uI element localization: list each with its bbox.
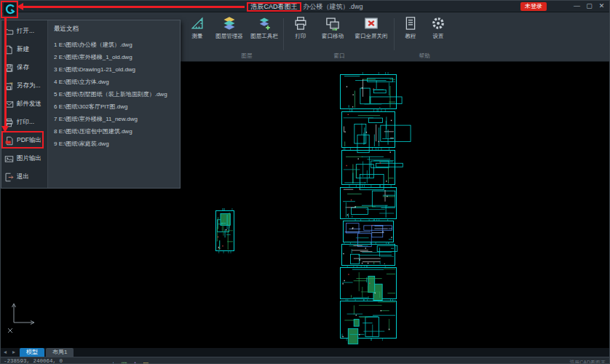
layer-manager-icon [222, 16, 237, 31]
pan-icon[interactable] [132, 358, 138, 364]
close-button[interactable]: ✕ [595, 1, 608, 11]
recent-documents-panel: 最近文档 1 E:\图纸\办公楼（建筑）.dwg 2 E:\图纸\室外楼梯_1_… [48, 20, 180, 188]
statusbar: -238593, 240064, 0 浩辰CAD看图王 [1, 357, 609, 364]
menu-item-new[interactable]: 新建 [1, 40, 47, 58]
grid-icon[interactable] [121, 358, 127, 364]
recent-file[interactable]: 9 E:\图纸\家庭装.dwg [54, 138, 180, 150]
login-button[interactable]: 未登录 [520, 2, 547, 11]
application-menu: 打开... 新建 保存 另存为... 邮件发送 打印... [1, 20, 181, 189]
zoom-extents-icon[interactable] [143, 358, 149, 364]
osnap-icon[interactable] [110, 358, 116, 364]
ribbon-window-close-button[interactable]: 窗口全屏关闭 [352, 16, 391, 39]
ribbon-measure-button[interactable]: 测量 [184, 16, 210, 39]
menu-item-save-as[interactable]: 另存为... [1, 76, 47, 95]
menu-item-exit[interactable]: 退出 [1, 167, 47, 186]
menu-item-pdf-export[interactable]: PDF输出 [1, 131, 47, 149]
exit-icon [4, 172, 14, 181]
menu-item-image-export[interactable]: 图片输出 [1, 149, 47, 167]
recent-file[interactable]: 4 E:\图纸\立方体.dwg [54, 76, 180, 88]
new-doc-icon [4, 44, 14, 54]
recent-file[interactable]: 3 E:\图纸\Drawing1-21_old.dwg [54, 63, 180, 76]
window-title-appname: 浩辰CAD看图王 [247, 2, 301, 12]
image-export-icon [4, 154, 14, 163]
ribbon-layer-toolbar-button[interactable]: 图层工具栏 [248, 16, 280, 39]
status-toggles [110, 358, 149, 364]
app-menu-icon[interactable] [3, 2, 17, 16]
ribbon-settings-button[interactable]: 设置 [426, 16, 451, 39]
application-menu-items: 打开... 新建 保存 另存为... 邮件发送 打印... [1, 20, 48, 188]
ribbon-separator [283, 18, 284, 50]
measure-icon [190, 16, 205, 31]
minimize-button[interactable]: — [571, 1, 583, 11]
save-as-icon [4, 81, 14, 90]
window-title: 浩辰CAD看图王 办公楼（建筑）.dwg [1, 1, 609, 12]
ribbon-layer-manager-button[interactable]: 图层管理器 [213, 16, 245, 39]
ribbon-group-layers: 图层 [213, 52, 280, 60]
maximize-button[interactable]: ▢ [583, 1, 595, 11]
menu-item-print[interactable]: 打印... [1, 113, 47, 131]
recent-file[interactable]: 8 E:\图纸\压缩包中国建筑.dwg [54, 125, 180, 138]
tab-model[interactable]: 模型 [20, 348, 44, 357]
recent-file[interactable]: 2 E:\图纸\室外楼梯_1_old.dwg [54, 51, 180, 63]
pdf-export-icon [4, 135, 14, 145]
window-move-icon [325, 16, 340, 31]
save-icon [4, 63, 14, 72]
print-icon [4, 117, 14, 127]
tab-layout1[interactable]: 布局1 [46, 348, 74, 357]
ribbon-print-button[interactable]: 打印 [288, 16, 314, 39]
recent-documents-title: 最近文档 [54, 25, 180, 33]
recent-file[interactable]: 6 E:\图纸\302客厅PIT图.dwg [54, 100, 180, 113]
window-close-icon [364, 16, 379, 31]
printer-icon [293, 16, 308, 31]
menu-item-save[interactable]: 保存 [1, 58, 47, 76]
cursor-coordinates: -238593, 240064, 0 [4, 358, 63, 364]
titlebar: 浩辰CAD看图王 办公楼（建筑）.dwg 未登录 — ▢ ✕ [1, 1, 609, 12]
menu-item-open[interactable]: 打开... [1, 22, 47, 40]
ribbon-window-move-button[interactable]: 窗口移动 [317, 16, 349, 39]
gear-icon [431, 16, 445, 31]
tab-scroll-left-icon[interactable]: ◂ [1, 348, 9, 357]
tab-scroll-right-icon[interactable]: ▸ [9, 348, 18, 357]
layer-toolbar-icon [257, 16, 272, 31]
tutorial-icon [403, 16, 418, 31]
menu-item-email[interactable]: 邮件发送 [1, 95, 47, 113]
ribbon-group-help: 帮助 [398, 52, 451, 60]
recent-file[interactable]: 5 E:\图纸\别墅图纸（装上新地面刻度）.dwg [54, 88, 180, 100]
window-controls: — ▢ ✕ [571, 1, 608, 11]
ribbon-group-window: 窗口 [288, 52, 391, 60]
open-folder-icon [4, 26, 14, 36]
app-window: 浩辰CAD看图王 办公楼（建筑）.dwg 未登录 — ▢ ✕ 测量 图层管理器 … [0, 0, 610, 364]
recent-file[interactable]: 7 E:\图纸\室外楼梯_11_new.dwg [54, 113, 180, 125]
ribbon-separator [394, 18, 395, 50]
recent-file[interactable]: 1 E:\图纸\办公楼（建筑）.dwg [54, 39, 180, 51]
window-title-docname: 办公楼（建筑）.dwg [304, 2, 363, 12]
email-icon [4, 99, 14, 108]
ribbon-tutorial-button[interactable]: 教程 [398, 16, 423, 39]
layout-tabbar: ◂ ▸ 模型 布局1 [1, 348, 609, 357]
brand-label: 浩辰CAD看图王 [569, 359, 606, 364]
